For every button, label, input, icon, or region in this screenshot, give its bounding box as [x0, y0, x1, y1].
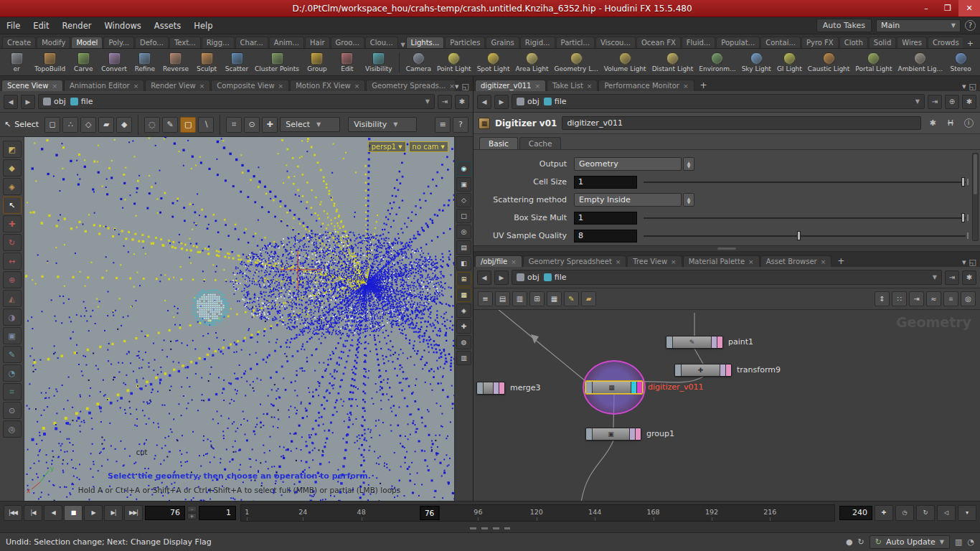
- add-pane-tab-button[interactable]: +: [695, 80, 712, 91]
- shelf-tab-lights[interactable]: Lights...: [406, 37, 445, 48]
- network-tab-tree-view[interactable]: Tree View×: [627, 255, 682, 267]
- shelf-tab-modify[interactable]: Modify: [37, 37, 70, 48]
- shelf-tab-crowds[interactable]: Crowds: [928, 37, 963, 48]
- shelf-tab-defo[interactable]: Defo...: [135, 37, 169, 48]
- node-name-field[interactable]: digitizer_v011: [562, 116, 921, 130]
- node-merge3[interactable]: [476, 382, 505, 395]
- view-tool[interactable]: ◎: [3, 420, 22, 438]
- menu-edit[interactable]: Edit: [27, 17, 55, 34]
- pin-pane-icon[interactable]: ⇥: [945, 270, 959, 285]
- slider-handle[interactable]: [961, 177, 965, 187]
- shelf-tool-camera[interactable]: Camera: [403, 52, 434, 73]
- loop-mode-icon[interactable]: ↻: [916, 505, 935, 521]
- splitter-grip[interactable]: [717, 248, 736, 250]
- select-points-icon[interactable]: ∴: [62, 117, 78, 133]
- path-context-chip[interactable]: obj: [517, 97, 540, 106]
- select-edges-icon[interactable]: ◇: [80, 117, 96, 133]
- shelf-tool-carve[interactable]: Carve: [68, 52, 98, 73]
- pin-pane-icon[interactable]: ⇥: [928, 95, 942, 109]
- playbar-scrollbar[interactable]: [0, 524, 980, 532]
- param-field-uv-sample-quality[interactable]: 8: [574, 230, 637, 242]
- network-tab-material-palette[interactable]: Material Palette×: [683, 255, 760, 267]
- shelf-tool-reverse[interactable]: Reverse: [160, 52, 192, 73]
- close-tab-icon[interactable]: ×: [278, 83, 284, 90]
- network-boxes-icon[interactable]: ▦: [547, 291, 562, 306]
- display-fog-toggle[interactable]: ◍: [456, 335, 471, 349]
- display-flag-toggle[interactable]: ▦: [456, 288, 471, 302]
- node-group1[interactable]: ▣: [585, 428, 641, 441]
- shelf-tool-group[interactable]: Group: [302, 52, 332, 73]
- frame-increment-button[interactable]: +: [187, 513, 197, 519]
- shelf-tab-rigid[interactable]: Rigid...: [520, 37, 555, 48]
- shelf-tab-pyro-fx[interactable]: Pyro FX: [801, 37, 839, 48]
- scene-path-field[interactable]: obj file ▼: [38, 94, 435, 109]
- pane-options-icon[interactable]: ≡: [435, 117, 451, 133]
- parameter-path-field[interactable]: obj file ▼: [512, 94, 925, 109]
- dots-icon[interactable]: ∷: [892, 291, 907, 306]
- shelf-tool-sky-light[interactable]: Sky Light: [739, 52, 774, 73]
- shelf-tool-gi-light[interactable]: GI Light: [774, 52, 805, 73]
- shelf-tool-distant-light[interactable]: Distant Light: [649, 52, 697, 73]
- back-icon[interactable]: ◀: [4, 95, 18, 109]
- folder-tab-cache[interactable]: Cache: [519, 137, 562, 149]
- shelf-tool-spot-light[interactable]: Spot Light: [474, 52, 513, 73]
- align-tool[interactable]: ◭: [3, 290, 22, 307]
- node-flag[interactable]: [636, 382, 642, 393]
- shelf-tab-rigg[interactable]: Rigg...: [202, 37, 235, 48]
- add-pane-tab-button[interactable]: +: [832, 255, 849, 267]
- shelf-tab-populat[interactable]: Populat...: [716, 37, 760, 48]
- forward-icon[interactable]: ▶: [494, 95, 509, 109]
- pose-tool[interactable]: ◈: [3, 178, 22, 195]
- shelf-tab-contai[interactable]: Contai...: [760, 37, 801, 48]
- shelf-tool-edit[interactable]: Edit: [332, 52, 362, 73]
- shelf-tab-model[interactable]: Model: [71, 37, 103, 48]
- go-to-start-button[interactable]: |◀◀: [4, 505, 22, 521]
- scene-viewport[interactable]: persp1 ▼ no cam ▼ cut Select the geometr…: [24, 137, 454, 501]
- visibility-dropdown[interactable]: Visibility ▼: [348, 117, 417, 132]
- node-flag[interactable]: [635, 428, 641, 440]
- pane-splitter[interactable]: [473, 245, 980, 252]
- rotate-tool[interactable]: ↻: [3, 234, 22, 251]
- shelf-tab-text[interactable]: Text...: [169, 37, 201, 48]
- node-digitizer-v011[interactable]: ▦: [585, 381, 643, 394]
- close-tab-icon[interactable]: ×: [821, 258, 826, 265]
- keyframe-icon[interactable]: ✚: [875, 505, 893, 521]
- shelf-tab-hair[interactable]: Hair: [305, 37, 330, 48]
- houdini-expression-icon[interactable]: H: [944, 117, 957, 130]
- display-bounds-toggle[interactable]: ▥: [456, 351, 471, 365]
- node-input-flag[interactable]: [666, 336, 673, 348]
- scene-tab-motion-fx-view[interactable]: Motion FX View×: [290, 80, 365, 91]
- close-tab-icon[interactable]: ×: [354, 83, 360, 90]
- close-tab-icon[interactable]: ×: [199, 83, 205, 90]
- snap-grid-icon[interactable]: ⌗: [226, 117, 242, 133]
- play-reverse-button[interactable]: ◀: [44, 505, 62, 521]
- pane-menu-icon[interactable]: ▾: [455, 82, 459, 91]
- close-tab-icon[interactable]: ×: [587, 83, 593, 90]
- shelf-tab-char[interactable]: Char...: [235, 37, 268, 48]
- node-paint1[interactable]: ✎: [666, 336, 723, 349]
- viewport-canvas[interactable]: [24, 137, 454, 501]
- gear-icon[interactable]: ✱: [926, 117, 939, 130]
- param-menu-scattering-method[interactable]: Empty Inside: [574, 193, 682, 207]
- shelf-tab-viscou[interactable]: Viscou...: [595, 37, 636, 48]
- display-wire-toggle[interactable]: ◧: [456, 256, 471, 270]
- shelf-tab-overflow-icon[interactable]: ▼: [399, 42, 406, 48]
- folder-tab-basic[interactable]: Basic: [479, 137, 518, 149]
- shelf-tool-cluster-points[interactable]: Cluster Points: [252, 52, 302, 73]
- node-wire[interactable]: [581, 441, 613, 501]
- shelf-tool-point-light[interactable]: Point Light: [434, 52, 474, 73]
- node-input-flag[interactable]: [675, 364, 682, 376]
- node-flag[interactable]: [720, 364, 725, 376]
- pane-menu-icon[interactable]: ▾: [962, 82, 966, 91]
- pane-gear-icon[interactable]: ✱: [962, 270, 976, 285]
- close-tab-icon[interactable]: ×: [449, 83, 455, 90]
- param-menu-output[interactable]: Geometry: [574, 157, 682, 171]
- topo-tool[interactable]: ⌗: [3, 383, 22, 400]
- take-selector[interactable]: Main ▼: [876, 19, 961, 32]
- shelf-tool-visibility[interactable]: Visibility: [362, 52, 395, 73]
- node-wire[interactable]: [494, 310, 590, 385]
- previous-frame-button[interactable]: |◀: [24, 505, 42, 521]
- shelf-tab-wires[interactable]: Wires: [897, 37, 927, 48]
- scene-tab-animation-editor[interactable]: Animation Editor×: [64, 80, 144, 91]
- shelf-tab-particl[interactable]: Particl...: [556, 37, 595, 48]
